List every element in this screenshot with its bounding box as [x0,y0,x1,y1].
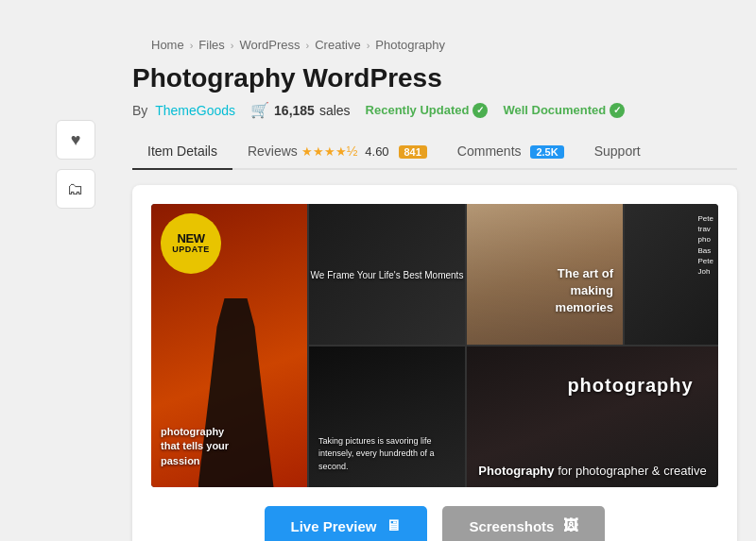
collage-item-2: We Frame Your Life's Best Moments [309,204,465,345]
breadcrumb-sep-1: › [190,40,194,51]
recently-updated-check: ✓ [472,103,488,118]
breadcrumb-wordpress[interactable]: WordPress [239,38,300,52]
collage-item-6: Photography for photographer & creative … [467,347,718,487]
tab-reviews[interactable]: Reviews ★★★★½ 4.60 841 [232,134,442,170]
tab-rating: 4.60 [365,144,388,159]
taking-overlay-text: Taking pictures is savoring life intense… [318,435,465,474]
breadcrumb-sep-2: › [231,40,234,51]
breadcrumb-home[interactable]: Home [151,38,184,52]
stars-icon: ★★★★ [301,144,347,159]
page-wrapper: Home › Files › WordPress › Creative › Ph… [19,19,737,541]
breadcrumb-creative[interactable]: Creative [315,38,360,52]
recently-updated-text: Recently Updated [366,103,470,117]
photography-center-text: photography [567,375,693,397]
screenshots-button[interactable]: Screenshots 🖼 [442,506,605,541]
comment-count-badge: 2.5K [530,145,563,159]
preview-collage: NEW UPDATE photographythat tells yourpas… [151,204,718,487]
star-half-icon: ½ [347,144,358,159]
content-area: Photography WordPress By ThemeGoods 🛒 16… [132,63,737,541]
tab-support[interactable]: Support [579,134,656,170]
monitor-icon: 🖥 [386,517,401,534]
sales-label: sales [319,103,351,118]
breadcrumb: Home › Files › WordPress › Creative › Ph… [19,38,737,52]
col1-overlay-text: photographythat tells yourpassion [161,425,229,468]
product-title: Photography WordPress [132,63,737,93]
button-row: Live Preview 🖥 Screenshots 🖼 [151,506,718,541]
update-text: UPDATE [172,245,209,255]
collage-item-4: Pete trav pho Bas Pete Joh [625,204,718,345]
tab-comments[interactable]: Comments 2.5K [442,134,579,170]
photography-label: Photography [478,464,554,478]
live-preview-button[interactable]: Live Preview 🖥 [265,506,428,541]
main-content: ♥ 🗂 Photography WordPress By ThemeGoods … [19,63,737,541]
photographer-label: for photographer & creative [558,464,707,478]
product-meta: By ThemeGoods 🛒 16,185 sales Recently Up… [132,101,737,119]
frame-overlay-text: We Frame Your Life's Best Moments [311,267,464,281]
well-documented-text: Well Documented [503,103,606,117]
breadcrumb-sep-3: › [306,40,310,51]
collage-item-3: The art of making memories [467,204,623,345]
tab-item-details[interactable]: Item Details [132,134,232,170]
new-text: NEW [178,232,205,245]
heart-icon: ♥ [71,130,81,150]
sales-info: 🛒 16,185 sales [250,101,351,119]
author-info: By ThemeGoods [132,103,235,118]
collage-item-1: NEW UPDATE photographythat tells yourpas… [151,204,307,487]
folder-icon: 🗂 [67,179,84,199]
sidebar-actions: ♥ 🗂 [38,63,132,541]
comments-label: Comments [457,144,522,159]
screenshots-label: Screenshots [469,518,554,534]
breadcrumb-sep-4: › [367,40,370,51]
image-icon: 🖼 [563,517,578,534]
well-documented-badge: Well Documented ✓ [503,103,625,118]
live-preview-label: Live Preview [291,518,377,534]
collection-button[interactable]: 🗂 [56,169,95,209]
tabs: Item Details Reviews ★★★★½ 4.60 841 Comm… [132,134,737,170]
recently-updated-badge: Recently Updated ✓ [366,103,489,118]
cart-icon: 🛒 [250,101,269,119]
new-update-badge: NEW UPDATE [161,213,221,274]
reviews-label: Reviews [248,144,298,159]
collage-item-5: Taking pictures is savoring life intense… [309,347,465,487]
photo-bottom-overlay-text: Photography for photographer & creative [467,464,718,478]
breadcrumb-current: Photography [375,38,445,52]
sales-count: 16,185 [274,103,315,118]
sidebar-overlay-text: Pete trav pho Bas Pete Joh [698,213,713,277]
by-label: By [132,103,147,118]
breadcrumb-files[interactable]: Files [198,38,224,52]
favorite-button[interactable]: ♥ [56,120,95,160]
preview-image-container: NEW UPDATE photographythat tells yourpas… [151,204,718,487]
review-count-badge: 841 [399,145,427,159]
art-overlay-text: The art of making memories [556,265,613,317]
author-link[interactable]: ThemeGoods [155,103,235,118]
well-documented-check: ✓ [610,103,625,118]
product-card: NEW UPDATE photographythat tells yourpas… [132,185,737,541]
